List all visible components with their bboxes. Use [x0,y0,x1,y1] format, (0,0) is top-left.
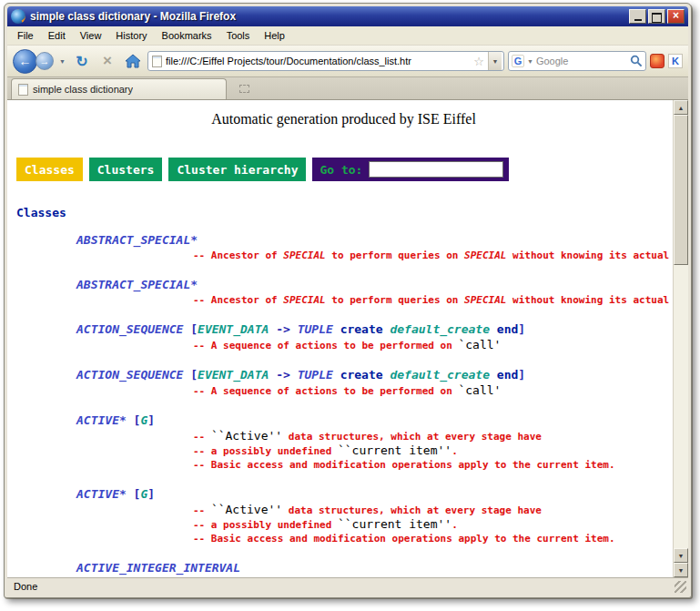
home-icon [125,54,141,68]
class-link[interactable]: ACTIVE* [G] [76,487,673,501]
frame-scroll-down-button[interactable]: ▼ [674,548,688,563]
resize-grip[interactable] [675,581,686,593]
class-entries: ABSTRACT_SPECIAL*-- Ancestor of SPECIAL … [15,233,673,575]
firefox-window: simple class dictionary - Mozilla Firefo… [4,3,692,598]
home-button[interactable] [122,50,144,72]
history-dropdown-icon[interactable]: ▼ [57,58,67,65]
class-link[interactable]: ACTION_SEQUENCE [EVENT_DATA -> TUPLE cre… [76,368,673,382]
refresh-button[interactable]: ↻ [71,50,93,72]
url-dropdown-icon[interactable]: ▼ [488,52,502,70]
vertical-scrollbar[interactable]: ▲ ▼ ▼ [673,100,688,577]
bookmark-star-icon[interactable]: ☆ [473,56,484,67]
menu-bookmarks[interactable]: Bookmarks [155,27,219,44]
search-icon[interactable] [630,55,643,67]
tab-label: simple class dictionary [33,84,133,95]
class-comment: -- Ancestor of SPECIAL to perform querie… [193,293,673,307]
classes-section-title: Classes [16,206,673,219]
class-entry: ABSTRACT_SPECIAL*-- Ancestor of SPECIAL … [76,233,673,262]
navigation-toolbar: ← → ▼ ↻ × ☆ ▼ G ▼ K [7,46,688,77]
menubar: File Edit View History Bookmarks Tools H… [7,26,688,46]
url-input[interactable] [166,56,470,66]
address-bar[interactable]: ☆ ▼ [147,51,504,71]
search-bar[interactable]: G ▼ [508,51,646,71]
firefox-icon [11,9,25,24]
search-input[interactable] [536,56,627,66]
site-favicon [152,56,162,67]
scrollbar-track[interactable] [674,265,688,548]
class-comment: -- A sequence of actions to be performed… [193,338,673,352]
scrollbar-thumb[interactable] [674,115,688,265]
status-text: Done [14,581,37,592]
new-tab-button[interactable] [232,80,256,97]
status-bar: Done [7,577,688,595]
scroll-down-button[interactable]: ▼ [674,563,688,577]
addon-k-icon[interactable]: K [668,54,683,68]
class-entry: ACTIVE* [G]-- ``Active'' data structures… [76,487,673,545]
back-button[interactable]: ← [13,49,37,74]
classes-button[interactable]: Classes [16,158,83,181]
search-engine-dropdown-icon[interactable]: ▼ [527,58,533,65]
menu-tools[interactable]: Tools [219,27,258,44]
class-entry: ACTIVE* [G]-- ``Active'' data structures… [76,413,673,472]
browser-viewport: Automatic generation produced by ISE Eif… [7,100,688,577]
class-link[interactable]: ACTIVE_INTEGER_INTERVAL [76,561,673,575]
titlebar[interactable]: simple class dictionary - Mozilla Firefo… [7,6,688,26]
window-title: simple class dictionary - Mozilla Firefo… [30,10,624,23]
class-comment: -- A sequence of actions to be performed… [193,383,673,398]
class-entry: ACTION_SEQUENCE [EVENT_DATA -> TUPLE cre… [76,368,673,398]
menu-file[interactable]: File [10,27,41,44]
class-link[interactable]: ABSTRACT_SPECIAL* [76,233,673,247]
stop-button[interactable]: × [96,50,118,72]
class-comment: -- ``Active'' data structures, which at … [193,429,673,472]
class-comment: -- Ancestor of SPECIAL to perform querie… [193,249,673,262]
window-controls: × [629,9,685,24]
goto-input[interactable] [369,161,503,178]
tab-simple-class-dictionary[interactable]: simple class dictionary [11,78,227,99]
class-comment: -- ``Active'' data structures, which at … [193,503,673,545]
class-entry: ABSTRACT_SPECIAL*-- Ancestor of SPECIAL … [76,278,673,307]
clusters-button[interactable]: Clusters [89,158,163,181]
page-title: Automatic generation produced by ISE Eif… [15,111,673,127]
tab-bar: simple class dictionary [7,77,688,100]
close-button[interactable]: × [667,9,685,24]
menu-history[interactable]: History [108,27,154,44]
page-content: Automatic generation produced by ISE Eif… [7,100,673,577]
maximize-button[interactable] [648,9,665,24]
addon-red-icon[interactable] [650,54,664,68]
menu-help[interactable]: Help [257,27,292,44]
forward-button[interactable]: → [36,52,54,70]
menu-edit[interactable]: Edit [41,27,73,44]
scroll-up-button[interactable]: ▲ [674,100,688,115]
class-entry: ACTION_SEQUENCE [EVENT_DATA -> TUPLE cre… [76,322,673,352]
class-link[interactable]: ACTION_SEQUENCE [EVENT_DATA -> TUPLE cre… [76,322,673,336]
google-icon: G [512,55,524,67]
class-entry: ACTIVE_INTEGER_INTERVAL [76,561,673,575]
page-nav-buttons: Classes Clusters Cluster hierarchy Go to… [16,158,673,181]
new-tab-icon [239,85,249,93]
menu-view[interactable]: View [73,27,109,44]
class-link[interactable]: ACTIVE* [G] [76,413,673,427]
class-link[interactable]: ABSTRACT_SPECIAL* [76,278,673,291]
goto-label: Go to: [320,163,362,177]
tab-favicon [18,84,28,96]
cluster-hierarchy-button[interactable]: Cluster hierarchy [168,158,306,181]
goto-box: Go to: [312,158,509,181]
minimize-button[interactable] [629,9,646,24]
